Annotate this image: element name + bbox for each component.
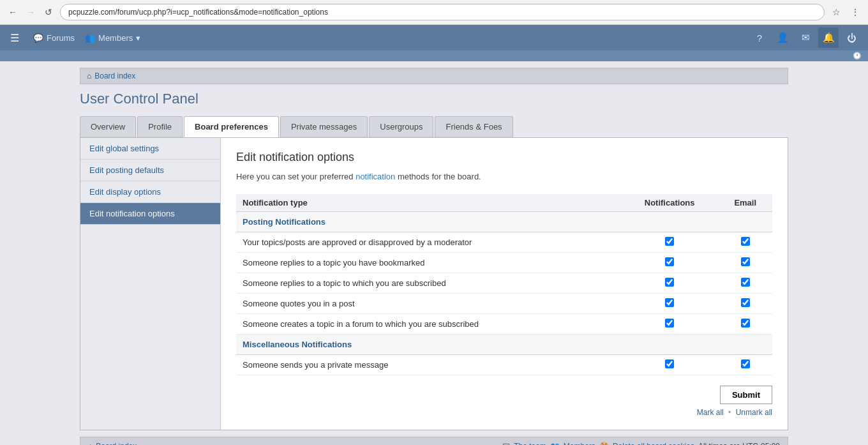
members-dropdown-arrow: ▾ <box>136 33 140 43</box>
row-notif-private-message <box>621 355 719 375</box>
footer-right: 🛡 The team 👥 Members 🍪 Delete all board … <box>502 442 780 445</box>
sidebar: Edit global settings Edit posting defaul… <box>80 138 221 430</box>
row-email-subscribed-topic <box>718 273 772 294</box>
address-bar[interactable] <box>60 4 825 20</box>
tab-bar: Overview Profile Board preferences Priva… <box>80 116 788 137</box>
row-label-approved: Your topics/posts are approved or disapp… <box>236 232 621 253</box>
highlight-notification: notification <box>355 172 395 181</box>
row-email-bookmarked <box>718 253 772 273</box>
sidebar-item-global-settings[interactable]: Edit global settings <box>80 138 220 160</box>
unmark-all-link[interactable]: Unmark all <box>736 408 772 417</box>
browser-nav-buttons: ← → ↺ <box>5 4 56 20</box>
main-content: Edit notification options Here you can s… <box>221 138 788 430</box>
browser-chrome: ← → ↺ ☆ ⋮ <box>0 0 868 25</box>
breadcrumb: ⌂ Board index <box>80 68 788 84</box>
row-notif-subscribed-topic <box>621 273 719 294</box>
section-header-posting-label: Posting Notifications <box>236 212 772 232</box>
page-wrapper: ☰ 💬 Forums 👥 Members ▾ ? 👤 ✉ 🔔 ⏻ 🕐 ⌂ Boa… <box>0 25 868 445</box>
description-text: Here you can set your preferred notifica… <box>236 172 772 181</box>
row-label-private-message: Someone sends you a private message <box>236 355 621 375</box>
page-title: User Control Panel <box>80 91 788 107</box>
row-email-quotes <box>718 294 772 314</box>
row-email-approved <box>718 232 772 253</box>
forward-button[interactable]: → <box>23 4 38 20</box>
checkbox-notif-bookmarked[interactable] <box>665 257 674 266</box>
section-header-misc-label: Miscellaneous Notifications <box>236 335 772 355</box>
col-header-type: Notification type <box>236 194 621 212</box>
section-header-posting: Posting Notifications <box>236 212 772 232</box>
table-row: Someone sends you a private message <box>236 355 772 375</box>
row-label-subscribed-forum: Someone creates a topic in a forum to wh… <box>236 314 621 335</box>
sidebar-item-notification-options[interactable]: Edit notification options <box>80 203 220 225</box>
mark-links: Mark all • Unmark all <box>697 408 772 417</box>
logout-icon-button[interactable]: ⏻ <box>841 27 862 48</box>
tab-private-messages[interactable]: Private messages <box>280 116 368 137</box>
row-label-bookmarked: Someone replies to a topic you have book… <box>236 253 621 273</box>
bookmark-button[interactable]: ☆ <box>828 4 844 20</box>
table-row: Your topics/posts are approved or disapp… <box>236 232 772 253</box>
notification-table: Notification type Notifications Email Po… <box>236 194 772 375</box>
footer-board-index-link[interactable]: Board index <box>96 442 137 445</box>
footer-members-link[interactable]: Members <box>564 442 595 445</box>
user-icon-button[interactable]: 👤 <box>772 27 793 48</box>
checkbox-email-quotes[interactable] <box>741 298 750 307</box>
checkbox-notif-private-message[interactable] <box>665 359 674 368</box>
hamburger-menu-button[interactable]: ☰ <box>6 29 23 47</box>
col-header-notifications: Notifications <box>621 194 719 212</box>
checkbox-notif-subscribed-topic[interactable] <box>665 278 674 287</box>
checkbox-notif-subscribed-forum[interactable] <box>665 319 674 328</box>
browser-menu-button[interactable]: ⋮ <box>848 4 863 20</box>
sidebar-item-posting-defaults[interactable]: Edit posting defaults <box>80 160 220 181</box>
tab-friends-foes[interactable]: Friends & Foes <box>435 116 513 137</box>
back-button[interactable]: ← <box>5 4 20 20</box>
row-label-subscribed-topic: Someone replies to a topic to which you … <box>236 273 621 294</box>
checkbox-notif-quotes[interactable] <box>665 298 674 307</box>
sidebar-item-display-options[interactable]: Edit display options <box>80 181 220 203</box>
notifications-icon-button[interactable]: 🔔 <box>818 27 839 48</box>
tab-usergroups[interactable]: Usergroups <box>369 116 433 137</box>
footer-bar: ⌂ Board index 🛡 The team 👥 Members 🍪 Del… <box>80 437 788 445</box>
forums-link[interactable]: 💬 Forums <box>33 33 75 43</box>
tab-profile[interactable]: Profile <box>137 116 183 137</box>
row-notif-subscribed-forum <box>621 314 719 335</box>
checkbox-email-private-message[interactable] <box>741 359 750 368</box>
row-notif-quotes <box>621 294 719 314</box>
checkbox-email-approved[interactable] <box>741 237 750 246</box>
checkbox-email-subscribed-forum[interactable] <box>741 319 750 328</box>
table-row: Someone replies to a topic to which you … <box>236 273 772 294</box>
separator: • <box>728 408 731 417</box>
footer-members-icon: 👥 <box>550 442 560 445</box>
checkbox-notif-approved[interactable] <box>665 237 674 246</box>
row-email-subscribed-forum <box>718 314 772 335</box>
reload-button[interactable]: ↺ <box>41 4 56 20</box>
footer-the-team-link[interactable]: The team <box>514 442 546 445</box>
navbar-left: ☰ 💬 Forums 👥 Members ▾ <box>6 29 140 47</box>
table-row: Someone quotes you in a post <box>236 294 772 314</box>
footer-timezone: All times are UTC-05:00 <box>698 442 780 445</box>
submit-button[interactable]: Submit <box>720 386 772 404</box>
clock-area: 🕐 <box>0 50 868 61</box>
search-icon-button[interactable]: ? <box>749 27 770 48</box>
table-row: Someone creates a topic in a forum to wh… <box>236 314 772 335</box>
row-notif-approved <box>621 232 719 253</box>
footer-home-icon: ⌂ <box>88 442 93 445</box>
members-link[interactable]: 👥 Members ▾ <box>85 33 140 43</box>
tab-board-preferences[interactable]: Board preferences <box>184 116 279 137</box>
forums-icon: 💬 <box>33 33 43 43</box>
members-icon: 👥 <box>85 33 95 43</box>
breadcrumb-board-index-link[interactable]: Board index <box>94 72 135 80</box>
inbox-icon-button[interactable]: ✉ <box>795 27 816 48</box>
checkbox-email-subscribed-topic[interactable] <box>741 278 750 287</box>
col-header-email: Email <box>718 194 772 212</box>
submit-area: Submit Mark all • Unmark all <box>236 386 772 417</box>
mark-all-link[interactable]: Mark all <box>697 408 724 417</box>
section-header-misc: Miscellaneous Notifications <box>236 335 772 355</box>
top-navbar: ☰ 💬 Forums 👥 Members ▾ ? 👤 ✉ 🔔 ⏻ <box>0 25 868 50</box>
table-row: Someone replies to a topic you have book… <box>236 253 772 273</box>
row-label-quotes: Someone quotes you in a post <box>236 294 621 314</box>
footer-delete-cookies-link[interactable]: Delete all board cookies <box>613 442 694 445</box>
checkbox-email-bookmarked[interactable] <box>741 257 750 266</box>
row-notif-bookmarked <box>621 253 719 273</box>
footer-shield-icon: 🛡 <box>502 442 510 445</box>
tab-overview[interactable]: Overview <box>80 116 136 137</box>
